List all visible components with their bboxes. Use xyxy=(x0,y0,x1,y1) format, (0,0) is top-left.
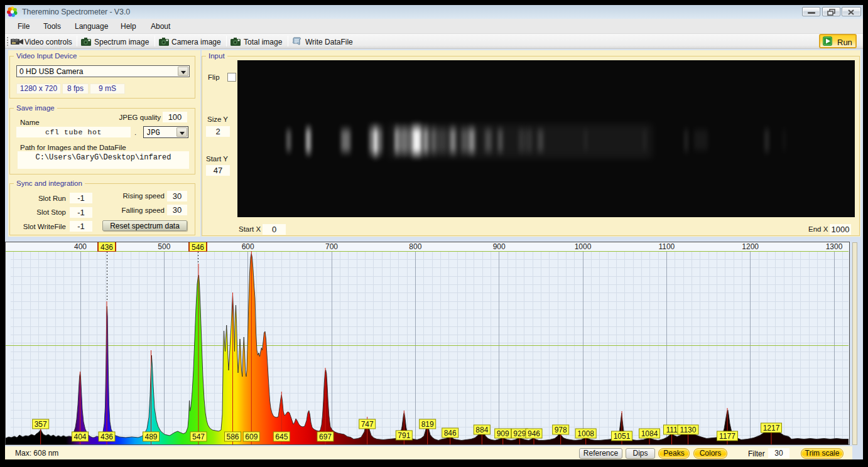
svg-text:700: 700 xyxy=(325,242,338,251)
svg-text:586: 586 xyxy=(226,432,239,441)
svg-text:609: 609 xyxy=(245,432,258,441)
svg-text:1217: 1217 xyxy=(763,424,780,432)
svg-text:1130: 1130 xyxy=(680,426,697,434)
svg-text:909: 909 xyxy=(497,429,509,438)
svg-text:1051: 1051 xyxy=(614,432,631,441)
svg-text:1084: 1084 xyxy=(641,429,658,438)
svg-text:1200: 1200 xyxy=(742,242,759,251)
svg-text:111: 111 xyxy=(666,426,678,434)
svg-text:400: 400 xyxy=(74,242,87,251)
svg-text:546: 546 xyxy=(192,243,204,252)
svg-text:800: 800 xyxy=(409,242,421,251)
svg-text:900: 900 xyxy=(493,242,506,251)
svg-text:1100: 1100 xyxy=(658,242,675,251)
svg-text:357: 357 xyxy=(35,420,47,429)
svg-text:819: 819 xyxy=(421,420,434,429)
svg-text:946: 946 xyxy=(528,429,540,438)
svg-text:436: 436 xyxy=(100,432,113,441)
svg-text:697: 697 xyxy=(319,432,332,441)
svg-text:1300: 1300 xyxy=(826,242,843,251)
svg-text:436: 436 xyxy=(100,243,113,252)
svg-text:791: 791 xyxy=(398,431,410,440)
svg-text:1000: 1000 xyxy=(575,242,592,251)
svg-text:978: 978 xyxy=(555,426,567,434)
svg-text:846: 846 xyxy=(444,429,457,437)
svg-text:1008: 1008 xyxy=(577,429,594,438)
svg-text:500: 500 xyxy=(158,242,170,251)
svg-text:547: 547 xyxy=(192,432,205,441)
svg-text:404: 404 xyxy=(73,432,86,441)
svg-text:600: 600 xyxy=(242,242,254,251)
svg-text:489: 489 xyxy=(144,432,157,441)
svg-text:747: 747 xyxy=(361,420,374,429)
svg-text:1177: 1177 xyxy=(719,432,735,441)
svg-text:645: 645 xyxy=(275,432,288,441)
svg-text:884: 884 xyxy=(475,426,488,434)
svg-text:929: 929 xyxy=(513,429,526,438)
